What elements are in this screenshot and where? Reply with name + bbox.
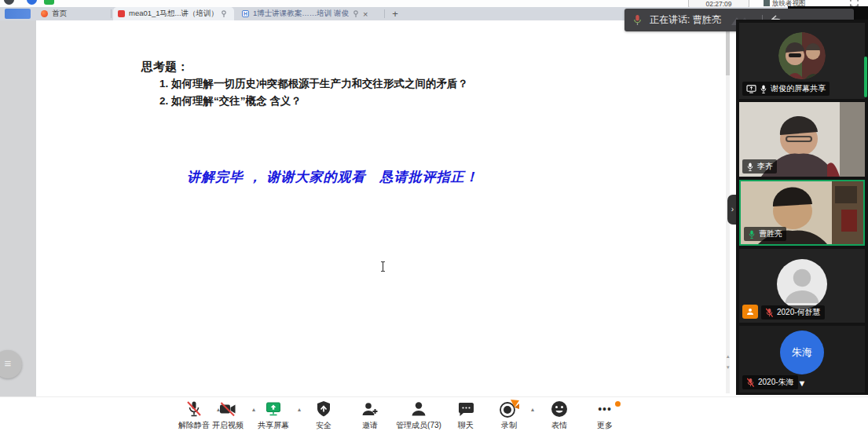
unmute-button[interactable]: 解除静音 [175, 400, 213, 431]
record-icon [497, 400, 521, 418]
participant-name-pill: 曹胜亮 [744, 227, 786, 241]
member-role-badge [742, 305, 758, 319]
view-mode-icon [764, 0, 770, 6]
security-button[interactable]: 安全 [308, 400, 339, 431]
doc-heading: 思考题： [141, 60, 189, 75]
notification-dot [615, 401, 621, 407]
smiley-icon [550, 400, 569, 418]
shield-icon [314, 400, 333, 418]
shared-screen-document: 思考题： 1. 如何理解一切历史冲突都根源于生产力和交往形式之间的矛盾？ 2. … [36, 20, 731, 396]
emoji-button[interactable]: 表情 [544, 400, 575, 431]
doc-closing-line: 讲解完毕 ， 谢谢大家的观看 恳请批评指正！ [187, 168, 478, 186]
chat-button[interactable]: 聊天 [450, 400, 482, 431]
participant-name-pill: 2020-何舒慧 [761, 305, 825, 320]
pdf-favicon [118, 10, 125, 17]
person-add-icon [361, 400, 379, 418]
tab-close-icon[interactable]: × [363, 9, 368, 19]
left-edge-strip: ≡ [0, 20, 36, 396]
tab-doc[interactable]: H 1博士讲课教案……培训 谢俊 × [237, 7, 382, 20]
doc-question-1: 1. 如何理解一切历史冲突都根源于生产力和交往形式之间的矛盾？ [159, 77, 468, 91]
share-screen-button[interactable]: 共享屏幕 [255, 400, 292, 431]
text-cursor [379, 261, 386, 272]
tab-home-favicon [41, 10, 48, 17]
participant-tile-liqi[interactable]: 李齐 [739, 102, 865, 177]
participant-tile-heshuhui[interactable]: 2020-何舒慧 [739, 249, 865, 323]
record-button[interactable]: 录制 [493, 400, 525, 431]
pin-icon[interactable] [353, 10, 359, 17]
participants-scroll-down[interactable]: ▼ [736, 378, 868, 388]
new-tab-button[interactable]: + [386, 7, 404, 20]
tab-home[interactable]: 首页 [36, 7, 110, 20]
meeting-toolbar: 解除静音 ▴ 开启视频 ▴ 共享屏幕 ▴ [0, 396, 868, 431]
panel-scrollbar-thumb[interactable] [864, 57, 867, 97]
more-button[interactable]: ••• 更多 [589, 400, 621, 431]
speaking-label: 正在讲话: 曹胜亮 [650, 13, 721, 27]
floating-menu-button[interactable]: ≡ [0, 350, 22, 378]
screen-share-icon [264, 400, 283, 418]
scroll-up-arrow[interactable]: ▴ [727, 353, 730, 360]
share-options-caret[interactable]: ▴ [298, 406, 301, 413]
doc-favicon: H [242, 10, 249, 17]
participant-name-pill: 李齐 [742, 159, 777, 173]
pin-icon[interactable] [221, 10, 227, 17]
participant-name-pill: 谢俊的屏幕共享 [742, 82, 830, 96]
mic-speaking-icon [748, 229, 756, 239]
mic-on-icon [746, 162, 754, 172]
participant-tile-caoshengliang[interactable]: 曹胜亮 [739, 180, 865, 246]
record-options-caret[interactable]: ▴ [531, 406, 534, 413]
dock-app-icon-1[interactable] [4, 0, 14, 5]
tab-pdf-active[interactable]: mea01_1马想...讲（培训）.pdf [113, 7, 234, 20]
dock-app-icon-2[interactable] [27, 0, 37, 5]
screen-share-icon [746, 85, 756, 93]
scroll-down-arrow[interactable]: ▾ [727, 364, 730, 371]
avatar-photo-pair [778, 32, 826, 79]
avatar-placeholder [777, 259, 827, 309]
speaking-mic-icon [632, 14, 643, 27]
participants-panel: 谢俊的屏幕共享 李齐 [736, 20, 868, 395]
chat-bubble-icon [456, 400, 475, 418]
manage-members-button[interactable]: 管理成员(73) [391, 400, 446, 431]
pinned-tab-fragment[interactable] [5, 9, 31, 19]
start-video-button[interactable]: 开启视频 [209, 400, 247, 431]
camera-off-icon [218, 400, 238, 418]
meeting-window: 02:27:09 放映者视图 首页 mea01_1马想...讲（培训）.pdf … [0, 0, 868, 431]
participant-tile-xiejun[interactable]: 谢俊的屏幕共享 [739, 23, 865, 99]
mic-muted-icon [185, 400, 203, 418]
mic-on-icon [760, 84, 767, 94]
scrollbar-thumb[interactable] [726, 30, 730, 75]
avatar-initials: 朱海 [780, 331, 824, 374]
system-top-strip: 02:27:09 放映者视图 [0, 0, 868, 7]
people-icon [409, 400, 428, 418]
doc-question-2: 2. 如何理解“交往”概念 含义？ [159, 94, 302, 108]
invite-button[interactable]: 邀请 [354, 400, 386, 431]
mic-muted-icon [765, 308, 774, 318]
dock-app-icon-3[interactable] [44, 0, 54, 5]
